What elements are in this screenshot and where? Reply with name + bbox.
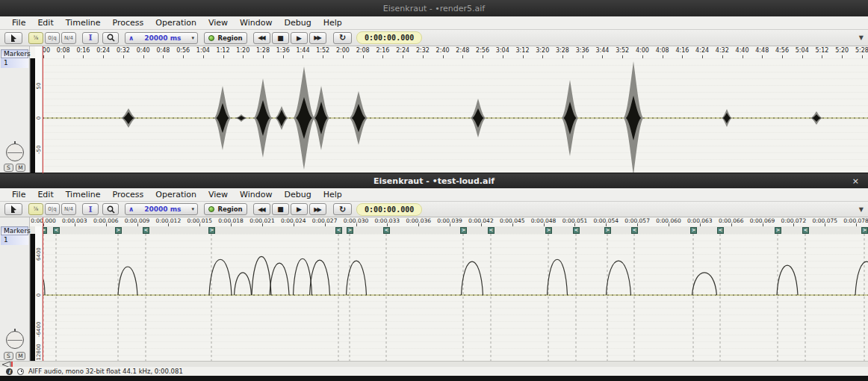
waveform-view[interactable] (43, 234, 868, 361)
info-icon[interactable]: i (6, 368, 13, 375)
waveform-pulse (252, 256, 271, 295)
play-button[interactable]: ▶ (291, 203, 308, 215)
region-marker-flag[interactable]: > (861, 227, 868, 234)
time-display[interactable]: 0:00:00.000 (356, 203, 422, 216)
menu-help[interactable]: Help (317, 17, 348, 28)
region-marker-flag[interactable]: > (775, 227, 781, 234)
menu-window[interactable]: Window (234, 17, 278, 28)
menu-edit[interactable]: Edit (31, 17, 59, 28)
timeline-ruler[interactable]: 0:000:080:160:240:320:400:480:561:041:12… (30, 46, 868, 59)
channel-label[interactable]: 1 (1, 235, 28, 245)
playback-cursor[interactable] (43, 46, 43, 173)
region-marker-flag[interactable]: < (631, 227, 638, 234)
edit-cursor-button[interactable]: I (82, 32, 99, 44)
region-marker-flag[interactable]: < (717, 227, 724, 234)
axis-label: 50 (35, 82, 43, 90)
menu-file[interactable]: File (6, 17, 31, 28)
loop-button[interactable]: ↻ (333, 32, 352, 44)
samples-mode-button[interactable]: 0|q (45, 32, 60, 44)
zoom-tool-button[interactable] (102, 32, 119, 44)
menu-process[interactable]: Process (107, 189, 150, 200)
time-display[interactable]: 0:00:00.000 (356, 31, 422, 44)
mute-button[interactable]: M (16, 352, 25, 360)
ruler-label: 5:12 (815, 47, 828, 54)
blend-duration-dropdown[interactable]: ∧ 20000 ms ▾ (125, 203, 198, 215)
region-marker-flag[interactable]: < (488, 227, 495, 234)
region-marker-flag[interactable]: > (545, 227, 552, 234)
ruler-label: 1:20 (236, 47, 249, 54)
region-marker-flag[interactable]: < (53, 227, 60, 234)
pointer-tool-button[interactable] (4, 32, 22, 44)
solo-button[interactable]: S (4, 164, 13, 172)
play-button[interactable]: ▶ (291, 32, 308, 44)
zoom-tool-button[interactable] (102, 203, 119, 215)
blend-duration-dropdown[interactable]: ∧ 20000 ms ▾ (125, 32, 198, 44)
menu-debug[interactable]: Debug (278, 189, 317, 200)
menu-timeline[interactable]: Timeline (60, 17, 107, 28)
menu-file[interactable]: File (6, 189, 31, 200)
region-button-label: Region (217, 205, 242, 213)
rewind-button[interactable]: ◀◀ (253, 32, 270, 44)
titlebar[interactable]: Eisenkraut - •test-loud.aif × (0, 173, 868, 188)
region-marker-flag[interactable]: > (115, 227, 122, 234)
level-meter (30, 234, 35, 361)
mute-button[interactable]: M (16, 164, 25, 172)
region-marker-flag[interactable]: < (383, 227, 390, 234)
region-marker-flag[interactable]: > (690, 227, 697, 234)
solo-button[interactable]: S (4, 352, 13, 360)
rewind-button[interactable]: ◀◀ (253, 203, 270, 215)
region-marker-flag[interactable]: > (347, 227, 353, 234)
stop-button[interactable]: ■ (272, 32, 289, 44)
waveform-view[interactable] (43, 58, 868, 173)
menu-operation[interactable]: Operation (149, 17, 202, 28)
region-button[interactable]: Region (204, 203, 247, 215)
markers-header[interactable]: Markers (1, 226, 28, 235)
region-marker-flag[interactable]: > (604, 227, 611, 234)
close-icon[interactable]: × (852, 173, 859, 188)
toolbar-overflow-icon[interactable]: ▼ (859, 34, 864, 41)
samples-mode-button[interactable]: 0|q (45, 203, 60, 215)
menu-view[interactable]: View (202, 189, 234, 200)
pointer-tool-button[interactable] (4, 203, 22, 215)
clock-icon[interactable] (17, 368, 24, 375)
beats-mode-button[interactable]: N/4 (61, 203, 76, 215)
channel-label[interactable]: 1 (1, 58, 28, 68)
edit-cursor-button[interactable]: I (82, 203, 99, 215)
toolbar-overflow-icon[interactable]: ▼ (859, 206, 864, 213)
menu-process[interactable]: Process (107, 17, 150, 28)
ruler-label: 4:08 (656, 47, 669, 54)
region-marker-flag[interactable]: > (208, 227, 215, 234)
time-mode-button[interactable]: ⅞ (28, 203, 43, 215)
fast-forward-button[interactable]: ▶▶ (309, 32, 326, 44)
fast-forward-button[interactable]: ▶▶ (309, 203, 326, 215)
menu-edit[interactable]: Edit (31, 189, 59, 200)
titlebar[interactable]: Eisenkraut - •render5.aif (0, 0, 868, 16)
pan-knob[interactable] (6, 143, 24, 161)
stop-button[interactable]: ■ (272, 203, 289, 215)
region-marker-flag[interactable]: < (573, 227, 580, 234)
region-marker-flag[interactable]: < (143, 227, 149, 234)
waveform-canvas (43, 58, 868, 173)
loop-button[interactable]: ↻ (333, 203, 352, 215)
ruler-label: 1:28 (256, 47, 270, 54)
playback-cursor[interactable] (43, 217, 43, 361)
region-button[interactable]: Region (204, 32, 247, 44)
menu-timeline[interactable]: Timeline (60, 189, 107, 200)
menu-debug[interactable]: Debug (278, 17, 317, 28)
markers-header[interactable]: Markers (1, 49, 28, 58)
menu-help[interactable]: Help (317, 189, 348, 200)
region-marker-flag[interactable]: > (460, 227, 467, 234)
region-marker-flag[interactable]: < (335, 227, 342, 234)
menu-window[interactable]: Window (234, 189, 278, 200)
track-sidebar: Markers 1 S M (0, 217, 30, 361)
menu-view[interactable]: View (202, 17, 234, 28)
pan-knob[interactable] (6, 331, 24, 349)
menu-operation[interactable]: Operation (149, 189, 202, 200)
beats-mode-button[interactable]: N/4 (61, 32, 76, 44)
time-mode-button[interactable]: ⅞ (28, 32, 43, 44)
ruler-label: 3:28 (556, 47, 569, 54)
region-marker-flag[interactable]: < (802, 227, 809, 234)
pointer-tool-icon (10, 205, 17, 214)
waveform-rms-blob (256, 100, 270, 136)
window-render5: Eisenkraut - •render5.aif FileEditTimeli… (0, 0, 868, 173)
